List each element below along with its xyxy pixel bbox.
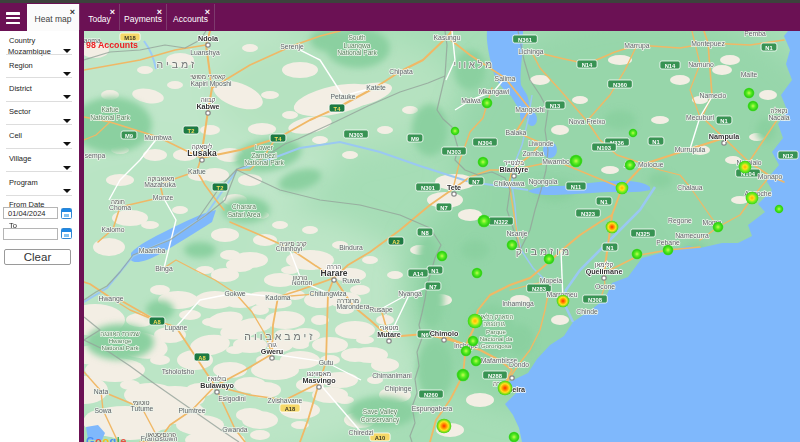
svg-text:מוזמביק: מוזמביק (516, 245, 573, 257)
svg-text:N303: N303 (447, 149, 462, 155)
svg-text:קאפירי מפושי: קאפירי מפושי (190, 73, 226, 80)
svg-text:N301: N301 (421, 185, 436, 191)
svg-text:T4: T4 (334, 106, 342, 112)
svg-text:Nova Freixo: Nova Freixo (569, 118, 606, 125)
svg-text:N360: N360 (613, 82, 627, 88)
svg-text:N308: N308 (588, 297, 603, 303)
svg-text:Mutare: Mutare (377, 330, 401, 339)
svg-text:Tsholotsho: Tsholotsho (162, 368, 195, 375)
svg-text:נורטון: נורטון (293, 274, 308, 281)
svg-text:N7: N7 (472, 179, 479, 185)
svg-text:ChararaSafari Area: ChararaSafari Area (228, 203, 261, 218)
svg-text:Kadoma: Kadoma (265, 294, 291, 301)
svg-text:T2: T2 (217, 185, 224, 191)
svg-text:N1: N1 (600, 199, 608, 205)
svg-text:Namuno: Namuno (688, 61, 714, 68)
svg-text:T2: T2 (188, 128, 195, 134)
svg-text:Petauke: Petauke (331, 93, 356, 100)
svg-text:Tete: Tete (447, 183, 461, 192)
svg-text:N103: N103 (597, 145, 612, 151)
svg-text:Save ValleyConservancy: Save ValleyConservancy (361, 408, 400, 424)
svg-text:Salima: Salima (495, 75, 516, 82)
svg-text:Ndola: Ndola (198, 34, 219, 43)
svg-text:Marrupa: Marrupa (624, 42, 650, 50)
svg-text:T4: T4 (275, 136, 283, 142)
svg-text:Mangochi: Mangochi (515, 106, 545, 114)
svg-text:Quelimane: Quelimane (586, 267, 623, 276)
svg-text:Mecuburi: Mecuburi (686, 114, 714, 121)
svg-text:sempa: sempa (85, 152, 106, 160)
svg-text:Plumtree: Plumtree (178, 407, 205, 414)
svg-text:Chimanimani: Chimanimani (372, 372, 412, 379)
svg-text:N1: N1 (765, 45, 773, 51)
svg-text:A2: A2 (392, 239, 399, 245)
svg-text:N12: N12 (783, 153, 794, 159)
svg-text:Gutu: Gutu (319, 359, 334, 366)
svg-text:Maiwa: Maiwa (461, 97, 481, 104)
svg-text:Kalomo: Kalomo (101, 226, 124, 233)
svg-text:Ngongola: Ngongola (528, 178, 557, 186)
svg-text:Tutume: Tutume (131, 405, 154, 412)
svg-text:מלאווי: מלאווי (453, 59, 494, 70)
svg-text:Mkangawi: Mkangawi (479, 88, 510, 96)
svg-text:מאזאבוקה: מאזאבוקה (148, 175, 175, 182)
svg-text:M9: M9 (411, 136, 420, 142)
svg-text:A18: A18 (285, 406, 296, 412)
svg-text:נקאלה: נקאלה (771, 107, 788, 114)
svg-text:N322: N322 (494, 219, 508, 225)
svg-text:Nacala: Nacala (768, 114, 789, 121)
svg-text:זמביה: זמביה (157, 58, 198, 70)
svg-text:Nampula: Nampula (709, 132, 740, 141)
svg-text:A10: A10 (375, 435, 386, 441)
svg-text:Binga: Binga (155, 265, 173, 273)
svg-text:N1: N1 (652, 139, 660, 145)
svg-text:Espungabera: Espungabera (412, 405, 453, 413)
svg-text:Regone: Regone (668, 217, 692, 225)
svg-text:Kafue: Kafue (188, 168, 206, 175)
svg-text:קרב סיוניה: קרב סיוניה (279, 240, 307, 247)
svg-text:N13: N13 (550, 103, 561, 109)
svg-text:Monapo: Monapo (758, 173, 783, 181)
svg-text:N7: N7 (440, 205, 447, 211)
svg-text:N14: N14 (582, 62, 593, 68)
svg-text:Katete: Katete (366, 84, 386, 91)
svg-text:Dondo: Dondo (509, 361, 529, 368)
svg-text:Zomba: Zomba (522, 150, 543, 157)
svg-text:Marondera: Marondera (337, 303, 370, 310)
svg-text:N1: N1 (720, 118, 728, 124)
svg-text:Google: Google (86, 435, 127, 442)
svg-text:N11: N11 (571, 184, 582, 190)
svg-text:Maite: Maite (741, 71, 758, 78)
svg-text:Maamba: Maamba (139, 247, 166, 254)
svg-text:N283: N283 (532, 286, 547, 292)
svg-text:Namecio: Namecio (700, 92, 727, 99)
svg-text:Chipinge: Chipinge (385, 385, 412, 393)
svg-text:Chipata: Chipata (389, 68, 413, 76)
svg-text:Chinde: Chinde (576, 308, 598, 315)
svg-text:Pemba: Pemba (744, 31, 766, 37)
svg-text:N1: N1 (606, 245, 614, 251)
svg-text:A8: A8 (153, 319, 161, 325)
svg-text:Mopeia: Mopeia (540, 277, 563, 285)
svg-text:Esigodini: Esigodini (218, 395, 246, 403)
svg-text:Mumbwa: Mumbwa (144, 134, 172, 141)
svg-text:חומה: חומה (111, 198, 125, 205)
svg-text:Gokwe: Gokwe (224, 290, 245, 297)
svg-text:N14: N14 (665, 63, 676, 69)
svg-text:Mazabuka: Mazabuka (144, 181, 176, 188)
svg-text:Sowa: Sowa (94, 407, 111, 414)
svg-text:Balaka: Balaka (506, 129, 527, 136)
svg-text:מרונדרה: מרונדרה (337, 297, 359, 304)
svg-text:Chalaua: Chalaua (677, 184, 703, 191)
svg-text:Mwambo: Mwambo (542, 158, 570, 165)
svg-text:Lusaka: Lusaka (187, 148, 217, 158)
svg-text:Inhaminga: Inhaminga (502, 300, 534, 308)
svg-text:Monze: Monze (153, 194, 174, 201)
svg-text:Kabwe: Kabwe (196, 102, 219, 111)
svg-text:N361: N361 (518, 37, 533, 43)
svg-text:Nata: Nata (94, 388, 109, 395)
svg-text:Choma: Choma (109, 204, 131, 211)
svg-text:Rusape: Rusape (369, 306, 393, 314)
svg-text:Kasungu: Kasungu (434, 34, 461, 42)
svg-text:Serenje: Serenje (280, 43, 304, 51)
